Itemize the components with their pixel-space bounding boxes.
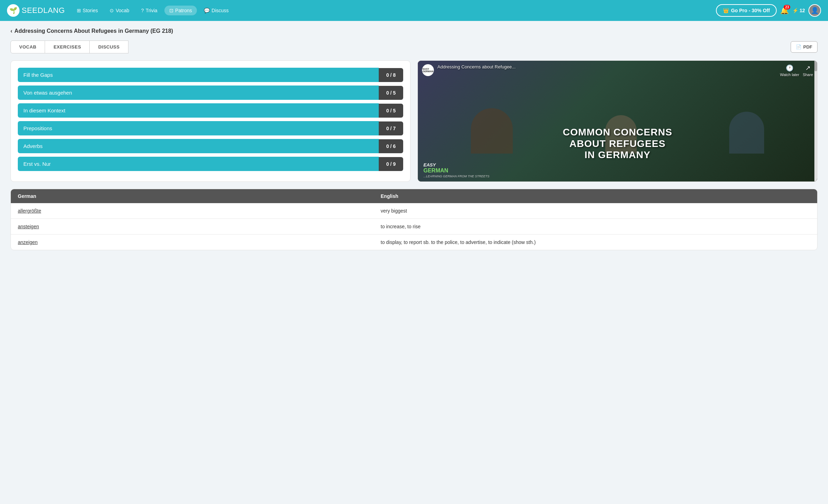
watch-later-button[interactable]: 🕐 Watch later	[780, 64, 799, 77]
exercise-label-0: Fill the Gaps	[18, 68, 379, 82]
main-content: ‹ Addressing Concerns About Refugees in …	[0, 21, 828, 257]
nav-stories[interactable]: ⊞ Stories	[72, 6, 103, 15]
clock-icon: 🕐	[786, 64, 793, 72]
exercise-label-1: Von etwas ausgehen	[18, 86, 379, 100]
channel-badge: EASYGERMAN	[422, 64, 434, 76]
notification-badge: 23	[784, 5, 790, 9]
patrons-icon: ⊡	[169, 8, 173, 13]
header: 🌱 SEEDLANG ⊞ Stories ⊙ Vocab ? Trivia ⊡ …	[0, 0, 828, 21]
stories-icon: ⊞	[77, 8, 81, 13]
avatar[interactable]: 👤	[808, 4, 821, 17]
table-row: allergrößte very biggest	[11, 203, 817, 219]
exercises-panel: Fill the Gaps 0 / 8 Von etwas ausgehen 0…	[10, 60, 411, 182]
tab-vocab[interactable]: VOCAB	[10, 40, 45, 53]
exercise-score-3: 0 / 7	[379, 121, 403, 135]
exercise-item-2[interactable]: In diesem Kontext 0 / 5	[18, 103, 403, 118]
nav-vocab[interactable]: ⊙ Vocab	[105, 6, 134, 15]
content-grid: Fill the Gaps 0 / 8 Von etwas ausgehen 0…	[10, 60, 818, 182]
share-button[interactable]: ↗ Share	[803, 64, 813, 77]
exercise-score-4: 0 / 6	[379, 139, 403, 153]
trivia-icon: ?	[141, 8, 144, 13]
video-text-overlay: COMMON CONCERNS ABOUT REFUGEES IN GERMAN…	[418, 127, 817, 161]
video-big-text: COMMON CONCERNS ABOUT REFUGEES IN GERMAN…	[423, 127, 812, 161]
tab-exercises[interactable]: EXERCISES	[45, 40, 90, 53]
scrollbar-thumb[interactable]	[814, 61, 817, 71]
english-def-0: very biggest	[374, 203, 818, 219]
exercise-label-2: In diesem Kontext	[18, 103, 379, 118]
notification-button[interactable]: 🔔 23	[780, 6, 789, 15]
video-actions: 🕐 Watch later ↗ Share	[780, 64, 813, 77]
breadcrumb-title: Addressing Concerns About Refugees in Ge…	[14, 28, 173, 34]
table-row: ansteigen to increase, to rise	[11, 219, 817, 235]
streak-button[interactable]: ⚡ 12	[792, 8, 805, 13]
exercise-item-1[interactable]: Von etwas ausgehen 0 / 5	[18, 86, 403, 100]
vocab-icon: ⊙	[110, 8, 114, 13]
exercise-item-0[interactable]: Fill the Gaps 0 / 8	[18, 68, 403, 82]
discuss-icon: 💬	[204, 8, 210, 13]
crown-icon: 👑	[723, 8, 729, 13]
exercise-label-3: Prepositions	[18, 121, 379, 135]
pdf-button[interactable]: 📄 PDF	[791, 41, 818, 53]
exercise-score-1: 0 / 5	[379, 86, 403, 100]
exercise-label-4: Adverbs	[18, 139, 379, 153]
exercise-item-4[interactable]: Adverbs 0 / 6	[18, 139, 403, 153]
tabs-row: VOCAB EXERCISES DISCUSS 📄 PDF	[10, 40, 818, 53]
exercise-score-2: 0 / 5	[379, 104, 403, 118]
video-top-bar: EASYGERMAN Addressing Concerns about Ref…	[418, 61, 817, 80]
table-header-row: German English	[11, 189, 817, 203]
exercise-item-5[interactable]: Erst vs. Nur 0 / 9	[18, 157, 403, 171]
go-pro-button[interactable]: 👑 Go Pro - 30% Off	[716, 4, 777, 17]
german-word-1: ansteigen	[11, 219, 374, 235]
table-row: anzeigen to display, to report sb. to th…	[11, 235, 817, 250]
nav-discuss[interactable]: 💬 Discuss	[199, 6, 234, 15]
col-english: English	[374, 189, 818, 203]
video-container[interactable]: EASYGERMAN Addressing Concerns about Ref…	[418, 61, 817, 181]
logo-icon: 🌱	[7, 4, 20, 17]
exercise-score-5: 0 / 9	[379, 157, 403, 171]
video-title: Addressing Concerns about Refugee...	[437, 64, 776, 69]
german-word-0: allergrößte	[11, 203, 374, 219]
exercise-item-3[interactable]: Prepositions 0 / 7	[18, 121, 403, 135]
channel-badge-text: EASYGERMAN	[422, 68, 433, 73]
nav-patrons[interactable]: ⊡ Patrons	[164, 6, 197, 15]
breadcrumb[interactable]: ‹ Addressing Concerns About Refugees in …	[10, 28, 818, 34]
nav-trivia[interactable]: ? Trivia	[136, 6, 162, 15]
scrollbar[interactable]	[814, 61, 817, 181]
main-nav: ⊞ Stories ⊙ Vocab ? Trivia ⊡ Patrons 💬 D…	[72, 6, 712, 15]
logo-text: SEEDLANG	[22, 6, 65, 15]
logo[interactable]: 🌱 SEEDLANG	[7, 4, 65, 17]
col-german: German	[11, 189, 374, 203]
tab-discuss[interactable]: DISCUSS	[90, 40, 128, 53]
english-def-1: to increase, to rise	[374, 219, 818, 235]
video-overlay: EASYGERMAN Addressing Concerns about Ref…	[418, 61, 817, 181]
header-right: 👑 Go Pro - 30% Off 🔔 23 ⚡ 12 👤	[716, 4, 821, 17]
exercise-label-5: Erst vs. Nur	[18, 157, 379, 171]
video-panel: EASYGERMAN Addressing Concerns about Ref…	[417, 60, 818, 182]
english-def-2: to display, to report sb. to the police,…	[374, 235, 818, 250]
german-word-2: anzeigen	[11, 235, 374, 250]
vocab-table: German English allergrößte very biggest …	[10, 189, 818, 250]
lightning-icon: ⚡	[792, 8, 798, 13]
exercise-score-0: 0 / 8	[379, 68, 403, 82]
pdf-icon: 📄	[796, 44, 801, 50]
easy-german-logo: EASY GERMAN ...LEARNING GERMAN FROM THE …	[423, 162, 489, 178]
share-icon: ↗	[805, 64, 811, 72]
back-arrow-icon: ‹	[10, 28, 12, 34]
